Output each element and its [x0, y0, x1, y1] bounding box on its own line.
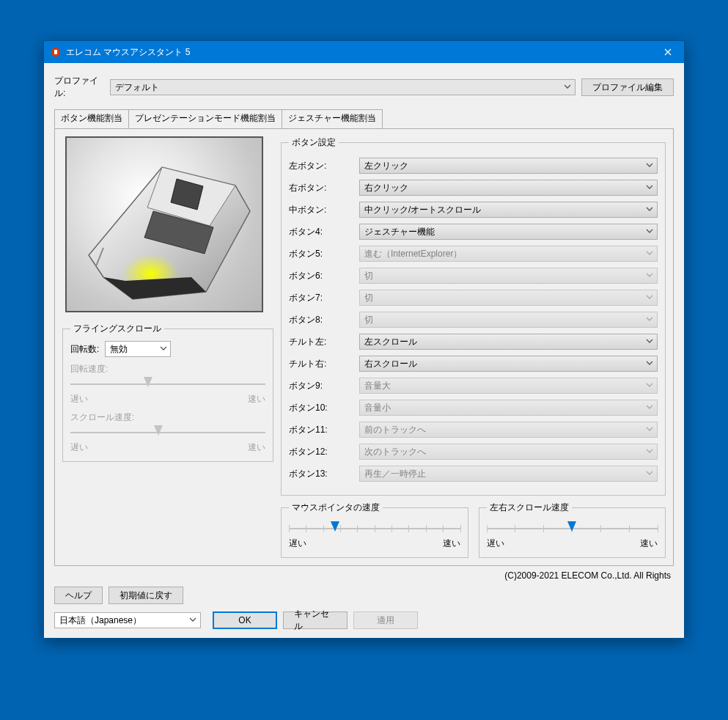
tab-presentation[interactable]: プレゼンテーションモード機能割当 — [128, 109, 282, 128]
button-assign-dropdown: 切 — [359, 312, 658, 328]
chevron-down-icon — [188, 615, 197, 624]
button-assign-dropdown: 切 — [359, 268, 658, 284]
profile-row: プロファイル: デフォルト プロファイル編集 — [54, 75, 674, 100]
close-button[interactable] — [651, 41, 684, 63]
chevron-down-icon — [645, 447, 654, 455]
left-column: フライングスクロール 回転数: 無効 回転速度: 遅い速い スク — [62, 136, 273, 558]
rotation-count-dropdown[interactable]: 無効 — [105, 341, 171, 357]
button-assign-row: ボタン5:進む（InternetExplorer） — [289, 246, 658, 262]
button-assign-dropdown[interactable]: 左クリック — [359, 158, 658, 174]
button-settings-group: ボタン設定 左ボタン:左クリック右ボタン:右クリック中ボタン:中クリック/オート… — [281, 136, 666, 496]
button-label: チルト左: — [289, 336, 359, 348]
button-assign-dropdown: 前のトラックへ — [359, 422, 658, 438]
hscroll-speed-legend: 左右スクロール速度 — [487, 502, 572, 514]
content-area: プロファイル: デフォルト プロファイル編集 ボタン機能割当 プレゼンテーション… — [44, 63, 684, 638]
profile-edit-button[interactable]: プロファイル編集 — [581, 78, 674, 96]
profile-dropdown[interactable]: デフォルト — [110, 79, 576, 95]
button-assign-dropdown: 音量小 — [359, 400, 658, 416]
button-assign-row: チルト左:左スクロール — [289, 334, 658, 350]
button-assign-dropdown: 次のトラックへ — [359, 444, 658, 460]
tab-strip: ボタン機能割当 プレゼンテーションモード機能割当 ジェスチャー機能割当 — [54, 109, 674, 129]
button-label: チルト右: — [289, 358, 359, 370]
button-label: ボタン12: — [289, 446, 359, 458]
flying-scroll-group: フライングスクロール 回転数: 無効 回転速度: 遅い速い スク — [62, 323, 273, 462]
chevron-down-icon — [645, 337, 654, 345]
hscroll-speed-slider[interactable] — [487, 521, 658, 536]
flying-scroll-legend: フライングスクロール — [70, 323, 164, 335]
chevron-down-icon — [645, 403, 654, 411]
chevron-down-icon — [645, 249, 654, 257]
button-assign-row: ボタン6:切 — [289, 268, 658, 284]
button-assign-row: ボタン9:音量大 — [289, 378, 658, 394]
ok-button[interactable]: OK — [213, 611, 277, 629]
button-label: ボタン10: — [289, 402, 359, 414]
rotation-speed-label: 回転速度: — [70, 363, 265, 375]
button-assign-row: ボタン10:音量小 — [289, 400, 658, 416]
titlebar: エレコム マウスアシスタント 5 — [44, 41, 684, 63]
button-label: ボタン9: — [289, 380, 359, 392]
chevron-down-icon — [645, 161, 654, 169]
pointer-speed-slider[interactable] — [289, 521, 460, 536]
pointer-speed-legend: マウスポインタの速度 — [289, 502, 383, 514]
profile-value: デフォルト — [115, 81, 159, 94]
chevron-down-icon — [645, 183, 654, 191]
button-assign-row: ボタン7:切 — [289, 290, 658, 306]
button-assign-row: ボタン8:切 — [289, 312, 658, 328]
button-label: ボタン11: — [289, 424, 359, 436]
mouse-image — [65, 136, 263, 312]
window-title: エレコム マウスアシスタント 5 — [66, 46, 651, 59]
chevron-down-icon — [645, 205, 654, 213]
chevron-down-icon — [159, 344, 168, 353]
button-assign-dropdown: 再生／一時停止 — [359, 466, 658, 482]
button-label: ボタン13: — [289, 468, 359, 480]
chevron-down-icon — [645, 359, 654, 367]
cancel-button[interactable]: キャンセル — [283, 611, 348, 629]
app-window: エレコム マウスアシスタント 5 プロファイル: デフォルト プロファイル編集 … — [43, 40, 685, 639]
button-label: ボタン8: — [289, 314, 359, 326]
button-assign-row: 中ボタン:中クリック/オートスクロール — [289, 202, 658, 218]
button-assign-row: ボタン11:前のトラックへ — [289, 422, 658, 438]
tab-gesture[interactable]: ジェスチャー機能割当 — [282, 109, 383, 128]
button-assign-row: チルト右:右スクロール — [289, 356, 658, 372]
button-label: ボタン5: — [289, 248, 359, 260]
tab-body: フライングスクロール 回転数: 無効 回転速度: 遅い速い スク — [54, 128, 674, 566]
button-assign-row: 右ボタン:右クリック — [289, 180, 658, 196]
button-assign-row: ボタン13:再生／一時停止 — [289, 466, 658, 482]
right-column: ボタン設定 左ボタン:左クリック右ボタン:右クリック中ボタン:中クリック/オート… — [281, 136, 666, 558]
rotation-speed-slider — [70, 377, 265, 392]
button-assign-row: ボタン12:次のトラックへ — [289, 444, 658, 460]
tab-button-assign[interactable]: ボタン機能割当 — [54, 109, 129, 128]
button-assign-dropdown[interactable]: 右クリック — [359, 180, 658, 196]
button-assign-dropdown[interactable]: 右スクロール — [359, 356, 658, 372]
chevron-down-icon — [645, 227, 654, 235]
svg-marker-5 — [103, 277, 206, 299]
chevron-down-icon — [645, 315, 654, 323]
copyright-text: (C)2009-2021 ELECOM Co.,Ltd. All Rights — [54, 570, 671, 581]
rotation-count-label: 回転数: — [70, 343, 99, 356]
button-assign-dropdown: 音量大 — [359, 378, 658, 394]
help-button[interactable]: ヘルプ — [54, 587, 103, 604]
chevron-down-icon — [563, 82, 572, 91]
button-assign-dropdown[interactable]: 中クリック/オートスクロール — [359, 202, 658, 218]
button-assign-dropdown: 切 — [359, 290, 658, 306]
button-assign-dropdown: 進む（InternetExplorer） — [359, 246, 658, 262]
button-label: 左ボタン: — [289, 160, 359, 172]
button-settings-legend: ボタン設定 — [289, 136, 339, 149]
button-label: 右ボタン: — [289, 182, 359, 194]
app-icon — [50, 46, 62, 58]
chevron-down-icon — [645, 293, 654, 301]
chevron-down-icon — [645, 425, 654, 433]
scroll-speed-label: スクロール速度: — [70, 411, 265, 424]
button-assign-row: 左ボタン:左クリック — [289, 158, 658, 174]
button-assign-row: ボタン4:ジェスチャー機能 — [289, 224, 658, 240]
button-label: ボタン6: — [289, 270, 359, 282]
pointer-speed-group: マウスポインタの速度 遅い速い — [281, 502, 468, 558]
language-dropdown[interactable]: 日本語（Japanese） — [54, 612, 201, 628]
button-label: ボタン4: — [289, 226, 359, 238]
button-label: ボタン7: — [289, 292, 359, 304]
button-assign-dropdown[interactable]: 左スクロール — [359, 334, 658, 350]
button-assign-dropdown[interactable]: ジェスチャー機能 — [359, 224, 658, 240]
reset-button[interactable]: 初期値に戻す — [109, 587, 183, 604]
scroll-speed-slider — [70, 425, 265, 440]
profile-label: プロファイル: — [54, 75, 104, 100]
